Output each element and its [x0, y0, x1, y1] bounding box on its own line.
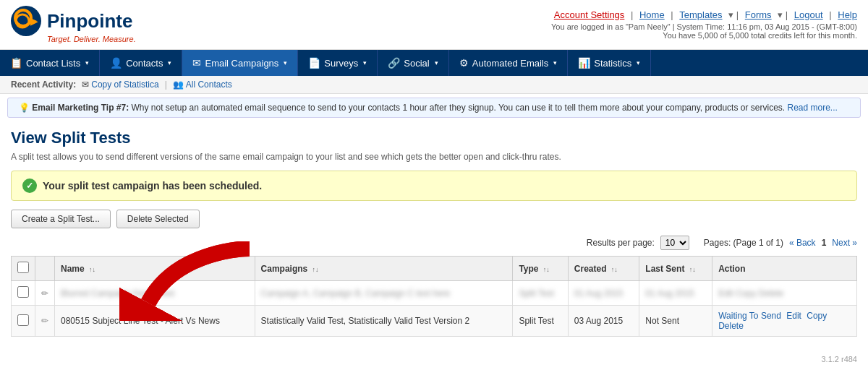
table-row: ✏ Blurred Campaign Name Text Campaign A,… [12, 281, 857, 306]
row2-copy-link[interactable]: Copy [807, 311, 827, 321]
svg-point-0 [12, 7, 41, 35]
pagination-row: Results per page: 10 25 50 Pages: (Page … [11, 236, 857, 250]
tip-read-more-link[interactable]: Read more... [787, 103, 837, 113]
logo-row: Pinpointe [11, 6, 136, 36]
row2-name: 080515 Subject Line Test - Alert Vs News [55, 306, 255, 337]
svg-point-1 [16, 14, 29, 27]
nav-email-campaigns[interactable]: ✉ Email Campaigns ▾ [182, 50, 298, 76]
main-content: View Split Tests A split test allows you… [0, 121, 868, 344]
nav-automated-emails[interactable]: ⚙ Automated Emails ▾ [449, 50, 569, 76]
row2-campaigns: Statistically Valid Test, Statistically … [255, 306, 513, 337]
split-tests-table: Name ↑↓ Campaigns ↑↓ Type ↑↓ Created ↑↓ … [11, 256, 857, 337]
account-settings-link[interactable]: Account Settings [554, 9, 625, 20]
tip-text: Why not setup an automated email sequenc… [132, 103, 788, 113]
automated-emails-arrow: ▾ [553, 59, 557, 66]
row1-created: 01 Aug 2015 [568, 281, 639, 306]
tip-bulb-icon: 💡 [19, 103, 30, 113]
nav-statistics-label: Statistics [594, 58, 631, 69]
nav-email-campaigns-label: Email Campaigns [205, 58, 278, 69]
user-info-line1: You are logged in as "Pam Neely" | Syste… [551, 22, 857, 31]
page-description: A split test allows you to send differen… [11, 152, 857, 162]
social-icon: 🔗 [388, 57, 400, 69]
last-sent-sort-icon[interactable]: ↑↓ [689, 266, 696, 273]
col-header-check [12, 257, 35, 281]
col-header-last-sent: Last Sent ↑↓ [639, 257, 712, 281]
tip-bold: Email Marketing Tip #7: [32, 103, 129, 113]
recent-contacts-icon: 👥 [173, 79, 184, 90]
success-message: ✓ Your split test campaign has been sche… [11, 171, 857, 201]
nav-contacts[interactable]: 👤 Contacts ▾ [100, 50, 182, 76]
name-sort-icon[interactable]: ↑↓ [89, 266, 95, 273]
row1-name: Blurred Campaign Name Text [55, 281, 255, 306]
results-per-page-label: Results per page: [587, 238, 655, 248]
top-links: Account Settings | Home | Templates ▾ | … [551, 9, 857, 20]
row1-actions: Edit Copy Delete [712, 281, 857, 306]
statistics-icon: 📊 [578, 57, 590, 69]
success-text: Your split test campaign has been schedu… [43, 180, 262, 192]
logo-text: Pinpointe [47, 10, 132, 33]
contact-lists-icon: 📋 [10, 57, 22, 69]
recent-email-icon: ✉ [82, 79, 89, 90]
nav-contact-lists-label: Contact Lists [26, 58, 80, 69]
recent-activity-link-2[interactable]: All Contacts [186, 79, 232, 90]
row1-edit-icon: ✏ [41, 288, 48, 298]
row2-checkbox[interactable] [17, 314, 29, 326]
email-campaigns-arrow: ▾ [284, 59, 287, 66]
forms-link[interactable]: Forms [745, 9, 772, 20]
row2-check [12, 306, 35, 337]
row2-delete-link[interactable]: Delete [718, 321, 744, 331]
row1-check [12, 281, 35, 306]
table-container: Name ↑↓ Campaigns ↑↓ Type ↑↓ Created ↑↓ … [11, 256, 857, 337]
recent-activity-link-1[interactable]: Copy of Statistica [91, 79, 158, 90]
nav-statistics[interactable]: 📊 Statistics ▾ [568, 50, 651, 76]
select-all-checkbox[interactable] [17, 262, 29, 273]
row2-edit-icon: ✏ [41, 316, 48, 326]
help-link[interactable]: Help [838, 9, 857, 20]
col-header-name: Name ↑↓ [55, 257, 255, 281]
logo-tagline: Target. Deliver. Measure. [47, 35, 136, 43]
pages-label: Pages: (Page 1 of 1) [704, 238, 783, 248]
top-right: Account Settings | Home | Templates ▾ | … [551, 9, 857, 40]
row1-checkbox[interactable] [17, 286, 29, 298]
contact-lists-arrow: ▾ [85, 59, 89, 66]
statistics-arrow: ▾ [637, 59, 640, 66]
home-link[interactable]: Home [639, 9, 665, 20]
row2-waiting-to-send-link[interactable]: Waiting To Send [718, 311, 781, 321]
create-split-test-button[interactable]: Create a Split Test... [11, 210, 111, 228]
row1-last-sent: 01 Aug 2015 [639, 281, 712, 306]
type-sort-icon[interactable]: ↑↓ [543, 266, 550, 273]
col-header-edit-icon [35, 257, 55, 281]
row2-edit-link[interactable]: Edit [786, 311, 801, 321]
action-row: Create a Split Test... Delete Selected [11, 210, 857, 228]
version-text: 3.1.2 r484 [821, 355, 857, 363]
nav-social[interactable]: 🔗 Social ▾ [378, 50, 448, 76]
surveys-arrow: ▾ [363, 59, 367, 66]
campaigns-sort-icon[interactable]: ↑↓ [312, 266, 319, 273]
col-header-created: Created ↑↓ [568, 257, 639, 281]
logout-link[interactable]: Logout [794, 9, 823, 20]
results-per-page-select[interactable]: 10 25 50 [660, 236, 689, 250]
row2-actions: Waiting To Send Edit Copy Delete [712, 306, 857, 337]
delete-selected-button[interactable]: Delete Selected [116, 210, 200, 228]
row1-type: Split Test [513, 281, 568, 306]
contacts-arrow: ▾ [168, 59, 171, 66]
nav-surveys-label: Surveys [324, 58, 358, 69]
recent-activity-item-2: 👥 All Contacts [173, 79, 232, 90]
recent-activity-item-1: ✉ Copy of Statistica [82, 79, 158, 90]
row2-icon: ✏ [35, 306, 55, 337]
page-title: View Split Tests [11, 129, 857, 147]
logo-icon [11, 6, 41, 36]
row2-created: 03 Aug 2015 [568, 306, 639, 337]
nav-surveys[interactable]: 📄 Surveys ▾ [298, 50, 378, 76]
templates-link[interactable]: Templates [679, 9, 722, 20]
footer: 3.1.2 r484 [0, 351, 868, 367]
logo-area: Pinpointe Target. Deliver. Measure. [11, 6, 136, 43]
nav-bar: 📋 Contact Lists ▾ 👤 Contacts ▾ ✉ Email C… [0, 50, 868, 76]
back-page-link[interactable]: « Back [789, 238, 816, 248]
email-campaigns-icon: ✉ [192, 57, 201, 69]
created-sort-icon[interactable]: ↑↓ [611, 266, 618, 273]
next-page-link[interactable]: Next » [832, 238, 857, 248]
nav-contacts-label: Contacts [126, 58, 163, 69]
surveys-icon: 📄 [308, 57, 320, 69]
nav-contact-lists[interactable]: 📋 Contact Lists ▾ [0, 50, 100, 76]
